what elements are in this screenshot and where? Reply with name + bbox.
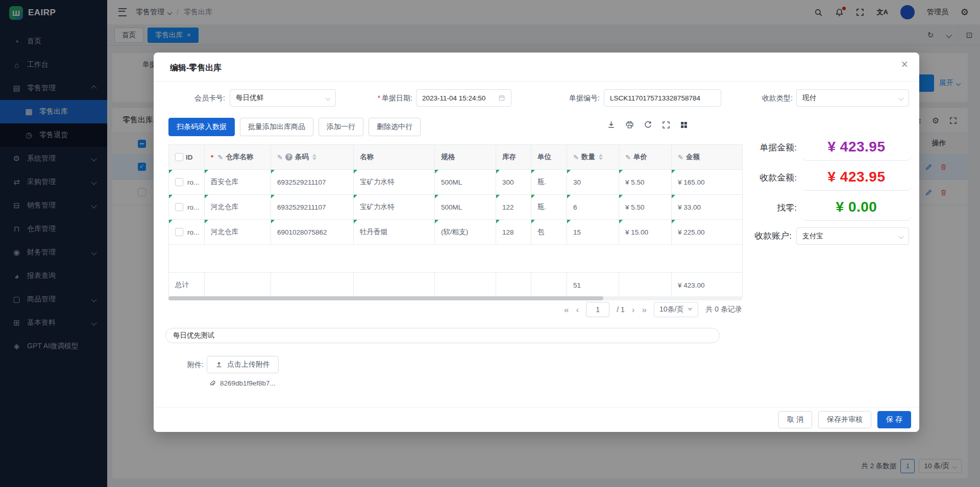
cell-warehouse[interactable]: 西安仓库 (205, 170, 271, 195)
prev-page-icon[interactable]: ‹ (576, 305, 579, 314)
column-header: 单位 (537, 152, 551, 162)
cell-amount[interactable]: ¥ 165.00 (672, 170, 743, 195)
sort-icon[interactable] (599, 154, 603, 160)
row-checkbox[interactable] (175, 228, 183, 236)
items-table: ID *✎仓库名称 ✎?条码 名称 规格 库存 单位 ✎数量 ✎单价 ✎金额 r… (168, 144, 743, 298)
total-row: 总计 51 ¥ 423.00 (169, 273, 743, 298)
download-icon[interactable] (607, 120, 616, 129)
cell-unit[interactable]: 包 (531, 220, 567, 245)
bill-date-label: *单据日期: (352, 89, 412, 107)
cell-warehouse[interactable]: 河北仓库 (205, 220, 271, 245)
paperclip-icon (209, 380, 216, 387)
chevron-down-icon (326, 95, 331, 100)
receive-account-select[interactable]: 支付宝 (796, 227, 909, 245)
column-header: 金额 (686, 152, 700, 162)
modal-footer: 取 消 保存并审核 保 存 (154, 407, 919, 432)
attachment-file-name: 8269db1f9ef8b7... (220, 379, 276, 387)
page-size-select[interactable]: 10条/页 (654, 302, 698, 317)
cell-barcode[interactable]: 6932529211107 (271, 195, 354, 220)
payment-type-select[interactable]: 现付 (796, 89, 909, 107)
column-header: 仓库名称 (226, 152, 253, 162)
cell-name[interactable]: 宝矿力水特 (354, 170, 435, 195)
bill-number-input[interactable]: LSCK1170175713328758784 (604, 89, 721, 107)
expand-table-icon[interactable] (662, 121, 670, 129)
cell-qty[interactable]: 15 (567, 220, 619, 245)
remark-input[interactable]: 每日优先测试 (165, 328, 720, 343)
row-checkbox[interactable] (175, 203, 183, 211)
modal-title: 编辑-零售出库 (170, 63, 222, 73)
refresh-icon[interactable] (644, 120, 652, 129)
scrollbar-thumb[interactable] (168, 296, 603, 300)
column-header: 规格 (441, 152, 455, 162)
total-label: 总计 (169, 273, 205, 298)
change-amount-label: 找零: (741, 196, 797, 220)
next-page-icon[interactable]: › (632, 305, 635, 314)
cell-name[interactable]: 宝矿力水特 (354, 195, 435, 220)
upload-icon (215, 361, 223, 368)
table-action-icons (607, 120, 688, 129)
column-layout-icon[interactable] (680, 121, 688, 129)
cell-spec[interactable]: (软/粗支) (435, 220, 496, 245)
close-icon[interactable]: × (901, 59, 908, 70)
cell-price[interactable]: ¥ 15.00 (619, 220, 672, 245)
caret-down-icon (688, 308, 693, 311)
cancel-button[interactable]: 取 消 (778, 411, 812, 428)
cell-unit[interactable]: 瓶. (531, 170, 567, 195)
scan-barcode-button[interactable]: 扫条码录入数据 (168, 118, 235, 136)
cell-spec[interactable]: 500ML (435, 195, 496, 220)
batch-add-button[interactable]: 批量添加出库商品 (240, 118, 313, 136)
item-row[interactable]: ro... 西安仓库 6932529211107 宝矿力水特 500ML 300… (169, 170, 743, 195)
cell-id: ro... (187, 228, 199, 236)
member-card-select[interactable]: 每日优鲜 (230, 89, 336, 107)
cell-qty[interactable]: 30 (567, 170, 619, 195)
cell-price[interactable]: ¥ 5.50 (619, 195, 672, 220)
cell-barcode[interactable]: 6932529211107 (271, 170, 354, 195)
add-row-button[interactable]: 添加一行 (318, 118, 363, 136)
column-header: 单价 (633, 152, 647, 162)
print-icon[interactable] (625, 120, 634, 129)
save-and-audit-button[interactable]: 保存并审核 (818, 411, 871, 428)
item-row[interactable]: ro... 河北仓库 6901028075862 牡丹香烟 (软/粗支) 128… (169, 220, 743, 245)
item-row[interactable]: ro... 河北仓库 6932529211107 宝矿力水特 500ML 122… (169, 195, 743, 220)
cell-stock: 122 (496, 195, 531, 220)
cell-unit[interactable]: 瓶. (531, 195, 567, 220)
receive-account-value: 支付宝 (802, 232, 899, 241)
attachment-label: 附件: (187, 356, 204, 373)
cell-barcode[interactable]: 6901028075862 (271, 220, 354, 245)
last-page-icon[interactable]: » (642, 305, 646, 314)
row-checkbox[interactable] (175, 178, 183, 186)
cell-spec[interactable]: 500ML (435, 170, 496, 195)
cell-stock: 300 (496, 170, 531, 195)
select-all-checkbox[interactable] (175, 153, 183, 161)
cell-amount[interactable]: ¥ 225.00 (672, 220, 743, 245)
delete-selected-rows-button[interactable]: 删除选中行 (369, 118, 421, 136)
cell-warehouse[interactable]: 河北仓库 (205, 195, 271, 220)
modal-pagination: « ‹ 1 / 1 › » 10条/页 共 0 条记录 (168, 302, 742, 317)
member-card-value: 每日优鲜 (236, 93, 326, 102)
upload-button-label: 点击上传附件 (227, 360, 270, 369)
cell-id: ro... (187, 203, 199, 211)
column-header: 名称 (360, 152, 374, 162)
editable-column-icon: ✎ (678, 153, 683, 161)
member-card-label: 会员卡号: (176, 89, 225, 107)
cell-name[interactable]: 牡丹香烟 (354, 220, 435, 245)
column-header: 数量 (581, 152, 595, 162)
chevron-down-icon (899, 95, 904, 100)
sort-icon[interactable] (312, 154, 316, 160)
page-size-value: 10条/页 (659, 305, 683, 314)
required-asterisk: * (378, 94, 380, 102)
bill-date-input[interactable]: 2023-11-04 15:24:50 (416, 89, 511, 107)
page-input[interactable]: 1 (586, 302, 609, 317)
first-page-icon[interactable]: « (564, 305, 569, 314)
cell-qty[interactable]: 6 (567, 195, 619, 220)
page-count: / 1 (617, 305, 625, 314)
cell-price[interactable]: ¥ 5.50 (619, 170, 672, 195)
horizontal-scrollbar[interactable] (168, 296, 742, 300)
save-button[interactable]: 保 存 (877, 411, 911, 428)
bill-number-value: LSCK1170175713328758784 (610, 94, 715, 102)
upload-attachment-button[interactable]: 点击上传附件 (207, 356, 279, 373)
total-records: 共 0 条记录 (705, 305, 742, 314)
cell-amount[interactable]: ¥ 33.00 (672, 195, 743, 220)
attachment-file-link[interactable]: 8269db1f9ef8b7... (209, 379, 276, 387)
empty-row (169, 245, 743, 273)
